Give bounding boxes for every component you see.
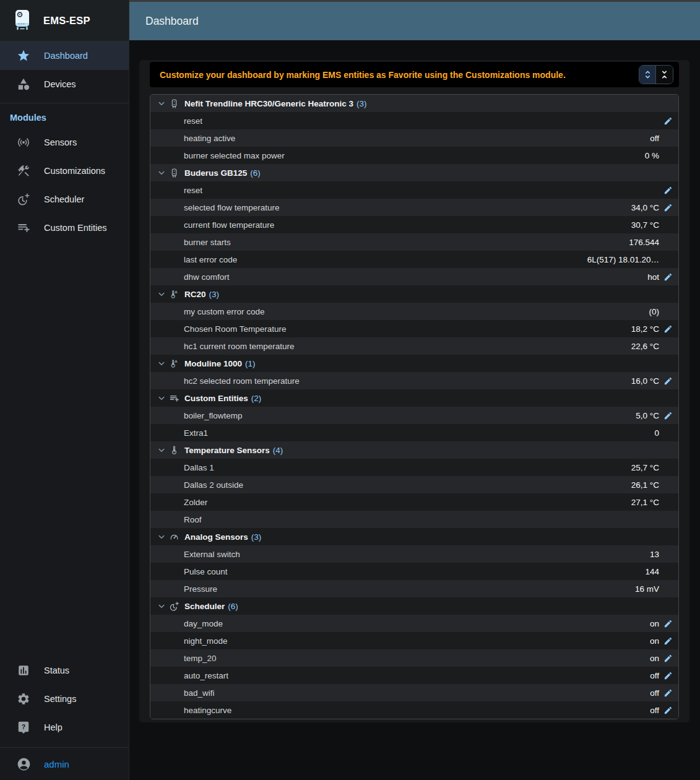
entity-row: hc1 current room temperature22,6 °C bbox=[150, 337, 678, 355]
entity-name: night_mode bbox=[184, 636, 228, 646]
device-group-row[interactable]: Buderus GB125(6) bbox=[150, 164, 678, 181]
chevron-down-icon[interactable] bbox=[156, 392, 167, 404]
sidebar-item-customizations[interactable]: Customizations bbox=[0, 157, 129, 185]
sidebar-item-status[interactable]: Status bbox=[0, 656, 129, 685]
entities-table: Nefit Trendline HRC30/Generic Heatronic … bbox=[150, 94, 679, 719]
entity-row: reset bbox=[150, 112, 678, 129]
device-group-row[interactable]: Temperature Sensors(4) bbox=[150, 441, 678, 459]
sidebar-item-admin[interactable]: admin bbox=[0, 748, 129, 780]
pencil-slot-empty bbox=[663, 342, 673, 351]
appbar: Dashboard bbox=[129, 0, 700, 40]
edit-entity-button[interactable] bbox=[663, 324, 673, 334]
device-group-row[interactable]: Analog Sensors(3) bbox=[150, 528, 678, 545]
chevron-down-icon[interactable] bbox=[156, 167, 167, 178]
chevron-down-icon[interactable] bbox=[156, 531, 167, 542]
edit-entity-button[interactable] bbox=[663, 671, 673, 680]
entity-value: 13 bbox=[650, 550, 659, 559]
entity-row: Dallas 2 outside26,1 °C bbox=[150, 476, 678, 493]
device-group-row[interactable]: Nefit Trendline HRC30/Generic Heatronic … bbox=[150, 95, 678, 112]
svg-text:A: A bbox=[175, 359, 178, 363]
dashboard-card: Customize your dashboard by marking EMS … bbox=[139, 60, 689, 722]
sidebar-item-scheduler[interactable]: Scheduler bbox=[0, 185, 129, 214]
pencil-slot-empty bbox=[663, 567, 673, 576]
device-group-count: (3) bbox=[356, 99, 367, 108]
chevron-down-icon[interactable] bbox=[156, 358, 167, 369]
entity-value: 34,0 °C bbox=[631, 203, 659, 212]
entity-value: 176.544 bbox=[629, 238, 659, 247]
device-group-name: Scheduler bbox=[184, 602, 225, 611]
edit-entity-button[interactable] bbox=[663, 654, 673, 663]
edit-entity-button[interactable] bbox=[663, 688, 673, 698]
entity-name: temp_20 bbox=[184, 654, 217, 663]
sidebar-item-settings[interactable]: Settings bbox=[0, 685, 129, 713]
entity-name: Dallas 1 bbox=[184, 463, 214, 472]
gauge-icon bbox=[169, 532, 179, 542]
sidebar-item-label: Status bbox=[44, 665, 69, 675]
sidebar-item-label: Help bbox=[44, 722, 63, 732]
entity-value: (0) bbox=[649, 307, 660, 316]
sidebar-item-custom-entities[interactable]: Custom Entities bbox=[0, 214, 129, 242]
edit-entity-button[interactable] bbox=[663, 116, 673, 126]
unfold-less-icon bbox=[659, 69, 670, 80]
sidebar-item-label: Scheduler bbox=[44, 194, 84, 204]
entity-value: off bbox=[650, 671, 659, 680]
sidebar-item-label: Settings bbox=[44, 694, 76, 704]
device-group-row[interactable]: Scheduler(6) bbox=[150, 597, 678, 615]
app-title: EMS-ESP bbox=[43, 15, 90, 27]
page-title: Dashboard bbox=[145, 15, 199, 28]
edit-entity-button[interactable] bbox=[663, 203, 673, 212]
chevron-down-icon[interactable] bbox=[156, 288, 167, 300]
device-group-row[interactable]: AModuline 1000(1) bbox=[150, 355, 678, 372]
chevron-down-icon[interactable] bbox=[156, 600, 167, 612]
device-group-row[interactable]: ARC20(3) bbox=[150, 285, 678, 303]
pencil-slot-empty bbox=[663, 220, 673, 230]
entity-value: 0 bbox=[654, 428, 659, 438]
pencil-slot-empty bbox=[663, 463, 673, 472]
edit-entity-button[interactable] bbox=[663, 376, 673, 386]
entity-name: dhw comfort bbox=[184, 272, 230, 282]
chevron-down-icon[interactable] bbox=[156, 98, 167, 109]
entity-name: burner starts bbox=[184, 238, 231, 247]
pencil-slot-empty bbox=[663, 428, 673, 438]
pencil-slot-empty bbox=[663, 498, 673, 507]
entity-value: hot bbox=[647, 272, 659, 282]
entity-value: off bbox=[650, 706, 659, 715]
entity-row: last error code6L(517) 18.01.20… bbox=[150, 251, 678, 268]
entity-name: reset bbox=[184, 116, 202, 126]
thermostat-auto-icon: A bbox=[169, 289, 179, 300]
sidebar-item-label: Customizations bbox=[44, 166, 105, 176]
sidebar-item-dashboard[interactable]: Dashboard bbox=[0, 41, 129, 70]
expand-all-button[interactable] bbox=[639, 66, 656, 84]
sidebar-item-help[interactable]: ?Help bbox=[0, 713, 129, 742]
edit-entity-button[interactable] bbox=[663, 619, 673, 628]
collapse-all-button[interactable] bbox=[656, 66, 673, 84]
device-group-row[interactable]: Custom Entities(2) bbox=[150, 389, 678, 407]
main-area: Dashboard Customize your dashboard by ma… bbox=[129, 0, 700, 780]
device-group-count: (4) bbox=[273, 446, 283, 455]
edit-entity-button[interactable] bbox=[663, 706, 673, 715]
entity-value: on bbox=[650, 619, 659, 628]
sidebar-item-devices[interactable]: Devices bbox=[0, 70, 129, 98]
edit-entity-button[interactable] bbox=[663, 636, 673, 646]
edit-entity-button[interactable] bbox=[663, 272, 673, 282]
edit-entity-button[interactable] bbox=[663, 186, 673, 195]
entity-row: selected flow temperature34,0 °C bbox=[150, 199, 678, 216]
entity-row: day_modeon bbox=[150, 615, 678, 632]
sidebar-item-label: Custom Entities bbox=[44, 223, 107, 233]
playlist-add-icon bbox=[169, 393, 179, 404]
sidebar-item-sensors[interactable]: Sensors bbox=[0, 128, 129, 157]
entity-row: night_modeon bbox=[150, 632, 678, 649]
svg-text:A: A bbox=[175, 290, 178, 293]
boiler-icon bbox=[169, 168, 179, 178]
sidebar: EMS-ESP DashboardDevices Modules Sensors… bbox=[0, 0, 129, 780]
pencil-slot-empty bbox=[663, 307, 673, 316]
entity-row: heatingcurveoff bbox=[150, 701, 678, 719]
entity-row: bad_wifioff bbox=[150, 684, 678, 701]
device-group-name: Buderus GB125 bbox=[184, 168, 247, 178]
entity-row: Extra10 bbox=[150, 424, 678, 441]
chevron-down-icon[interactable] bbox=[156, 444, 167, 456]
edit-entity-button[interactable] bbox=[663, 411, 673, 420]
sidebar-item-label: Sensors bbox=[44, 137, 77, 147]
device-group-name: Temperature Sensors bbox=[184, 446, 270, 455]
entity-name: reset bbox=[184, 186, 202, 195]
